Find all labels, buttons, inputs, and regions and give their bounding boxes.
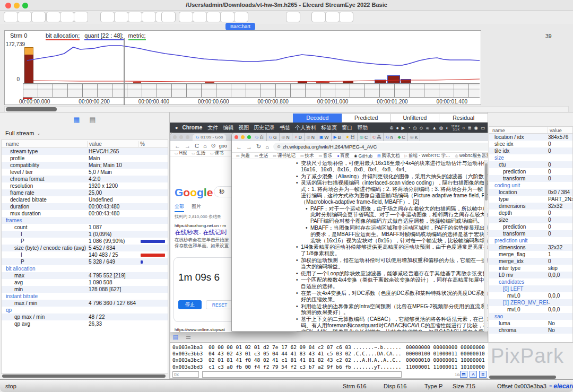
menu-item[interactable]: 视图 [238, 124, 249, 132]
forward-icon[interactable]: → [185, 143, 190, 149]
hex-column-toggle[interactable]: ⬒ [460, 371, 467, 378]
table-row[interactable]: chroma No [489, 327, 572, 334]
table-row[interactable]: qp max / min 48 / 22 [2, 313, 168, 320]
hex-view-toggle[interactable]: ▤ [171, 333, 180, 341]
toolbar-button[interactable] [114, 12, 128, 22]
table-row[interactable]: type PART_2Nx2N [489, 196, 572, 203]
offset-input[interactable]: 0x [172, 371, 199, 378]
toolbar-button[interactable] [311, 12, 326, 22]
toolbar-button[interactable] [220, 12, 235, 22]
browser-tab[interactable]: ◎ C [358, 133, 370, 141]
minimize-button[interactable] [241, 135, 245, 139]
tab-images[interactable]: 图片 [192, 203, 201, 212]
barchart-tab[interactable]: BarChart [225, 23, 255, 30]
panel-view-toggle[interactable]: ▦ [72, 115, 82, 124]
toolbar-button[interactable] [100, 12, 115, 22]
table-row[interactable]: location / idx 384x576 [489, 134, 572, 141]
browser-tab[interactable]: ▶ B [332, 133, 344, 141]
table-row[interactable]: count 1 087 [2, 224, 168, 231]
toolbar-button[interactable] [161, 12, 176, 22]
table-row[interactable]: dimensions 32x32 [489, 244, 572, 251]
table-row[interactable]: dimensions 32x32 [489, 203, 572, 210]
table-row[interactable]: prediction 0 [489, 223, 572, 230]
toolbar-button[interactable] [31, 12, 46, 22]
menu-item[interactable]: 窗口 [342, 124, 352, 132]
browser-tab[interactable]: ◆ C [395, 133, 407, 141]
menu-item[interactable]: 文件 [207, 124, 218, 132]
table-row[interactable]: prediction unit [489, 237, 572, 244]
table-row[interactable]: candidates [489, 278, 572, 285]
search-input[interactable] [202, 371, 402, 378]
table-row[interactable]: qp [2, 307, 168, 313]
left-panel-scrollbar-thumb[interactable] [2, 374, 166, 378]
browser-tab[interactable]: ▣ W [317, 133, 332, 141]
bookmark-item[interactable]: ▷ 前端 - WebRTC 学… [405, 153, 450, 159]
browser-tab[interactable]: ◎ N [280, 133, 292, 141]
status-icon[interactable]: ◔ [407, 125, 410, 130]
address-bar[interactable]: ⊙ zh.wikipedia.org/wiki/H.264/MPEG-4_AVC [273, 143, 488, 151]
back-icon[interactable]: ← [175, 143, 180, 149]
menu-item[interactable]: 编辑 [223, 124, 233, 132]
bookmark-item[interactable]: ▭ 兴趣 [236, 153, 250, 159]
table-row[interactable]: tile idx 0 [489, 147, 572, 154]
reset-button[interactable]: RESET [206, 300, 233, 309]
table-row[interactable]: avg 1 090 508 [2, 279, 168, 286]
minimize-button[interactable] [179, 135, 183, 139]
toolbar-button[interactable] [18, 12, 32, 22]
col-name[interactable]: name [2, 141, 88, 147]
table-row[interactable]: sao [489, 313, 572, 320]
table-row[interactable]: merge_idx 0 [489, 258, 572, 265]
back-icon[interactable]: ← [236, 144, 242, 150]
hex-column-toggle[interactable]: A [470, 371, 477, 378]
bookmark-item[interactable]: ▭ 课书笔记 [273, 153, 296, 159]
legend-item[interactable]: bit allocation; [46, 32, 80, 40]
status-icon[interactable]: ◉ [474, 125, 478, 130]
table-row[interactable]: size [489, 154, 572, 161]
bookmark-item[interactable]: ◉ GitHub [354, 153, 372, 159]
status-icon[interactable]: ◐ [446, 125, 448, 130]
table-row[interactable]: level / tier 5,0 / Main [2, 169, 168, 176]
table-row[interactable]: [1] ZERO_MV_REF0 - [489, 299, 572, 306]
hex-row[interactable]: 0x003e3ba3 00 00 00 01 02 01 d2 7e 17 62… [170, 344, 531, 351]
content-scrollbar[interactable] [484, 160, 488, 332]
table-row[interactable]: merge_flag 1 [489, 251, 572, 258]
table-row[interactable]: declared bitrate Undefined [2, 196, 168, 203]
hex-dump-panel[interactable]: 0x003e3ba3 00 00 00 01 02 01 d2 7e 17 62… [170, 343, 532, 379]
table-row[interactable]: P 1 086 (99,90%) [2, 238, 168, 245]
table-row[interactable]: max / min 4 796 360 / 127 664 [2, 300, 168, 307]
table-row[interactable]: mvL0 0,0,0 [489, 292, 572, 299]
status-icon[interactable]: ● [396, 125, 398, 130]
table-row[interactable]: profile Main [2, 155, 168, 162]
table-row[interactable]: resolution 1920 x 1200 [2, 182, 168, 189]
bookmark-item[interactable]: ▭ 生活 [255, 153, 268, 159]
close-button[interactable] [173, 135, 177, 139]
status-icon[interactable]: ◷ [413, 125, 416, 130]
col-value[interactable]: value [88, 141, 138, 147]
hex-column-toggle[interactable]: ≣ [479, 371, 487, 378]
result-link[interactable]: 在线秒表- 在线记时 [175, 229, 227, 237]
legend-item[interactable]: metric; [128, 32, 146, 40]
browser-tab[interactable]: C 高 [370, 133, 384, 141]
table-row[interactable]: I 1 (0,09%) [2, 231, 168, 238]
home-icon[interactable]: ⌂ [265, 144, 269, 150]
toolbar-button[interactable] [339, 12, 353, 22]
col-name[interactable]: name [489, 127, 548, 133]
table-row[interactable]: coding unit [489, 182, 572, 189]
table-row[interactable]: instant bitrate [2, 293, 168, 300]
status-icon[interactable]: ▶ [402, 125, 405, 130]
browser-tab[interactable]: G G [267, 133, 280, 141]
table-row[interactable]: I 140 483 / 25 [2, 251, 168, 258]
status-icon[interactable]: ◍ [439, 125, 443, 130]
hex-row[interactable]: 0x003e3bd3 c1 c3 a0 fb 00 f4 f2 79 54 f2… [170, 364, 531, 370]
table-row[interactable]: transform 0 [489, 175, 572, 182]
table-row[interactable]: prediction 0 [489, 168, 572, 175]
chart-scrollbar-thumb[interactable] [6, 107, 57, 111]
bookmark-item[interactable]: ▭H报 [175, 151, 187, 156]
hex-row[interactable]: 0x003e3bb3 04 43 02 43 01 c3 05 04 44 41… [170, 351, 531, 357]
toolbar-button[interactable] [206, 12, 221, 22]
forward-icon[interactable]: → [246, 144, 252, 150]
hex-view-toggle[interactable]: ☰ [184, 333, 193, 341]
browser-tab[interactable]: ◎ N [305, 133, 317, 141]
app-menu[interactable]: Chrome [182, 125, 202, 130]
tab-all[interactable]: 全部 [175, 203, 184, 212]
